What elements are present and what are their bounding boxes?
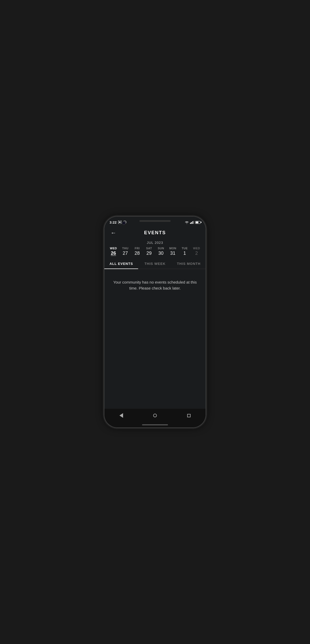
day-num-wed26: 26 <box>111 251 116 256</box>
nav-recents-button[interactable] <box>183 410 194 421</box>
week-row: WED 26 THU 27 FRI 28 SAT 29 SUN 30 <box>104 247 206 259</box>
tab-this-month[interactable]: THIS MONTH <box>172 259 206 269</box>
recents-square-icon <box>187 414 191 417</box>
signal-icon <box>190 221 194 224</box>
day-cell-sun30[interactable]: SUN 30 <box>155 247 167 256</box>
gesture-bar-line <box>142 424 168 425</box>
day-name-wed26: WED <box>110 247 117 250</box>
camera <box>122 221 126 225</box>
day-name-sat29: SAT <box>146 247 152 250</box>
day-cell-tue1[interactable]: TUE 1 <box>179 247 190 256</box>
back-button[interactable]: ← <box>110 229 117 237</box>
phone-frame: 3:22 <box>104 217 206 427</box>
tab-all-events[interactable]: ALL EVENTS <box>104 259 138 269</box>
battery-icon <box>195 221 200 224</box>
day-num-thu27: 27 <box>123 251 128 256</box>
day-cell-fri28[interactable]: FRI 28 <box>131 247 143 256</box>
empty-state: Your community has no events scheduled a… <box>104 269 206 409</box>
day-cell-wed2[interactable]: WED 2 <box>191 247 202 256</box>
day-name-wed2: WED <box>193 247 200 250</box>
nav-bar <box>104 409 206 422</box>
wifi-icon <box>185 221 189 224</box>
day-name-fri28: FRI <box>135 247 140 250</box>
home-circle-icon <box>153 414 157 417</box>
day-num-sat29: 29 <box>146 251 152 256</box>
day-num-tue1: 1 <box>183 251 186 256</box>
sim-icon <box>118 220 122 224</box>
back-triangle-icon <box>119 413 123 418</box>
day-name-mon31: MON <box>169 247 176 250</box>
day-cell-sat29[interactable]: SAT 29 <box>143 247 155 256</box>
day-cell-mon31[interactable]: MON 31 <box>167 247 179 256</box>
day-num-mon31: 31 <box>170 251 176 256</box>
day-name-tue1: TUE <box>182 247 188 250</box>
page-title: EVENTS <box>144 230 166 236</box>
screen: 3:22 <box>104 217 206 427</box>
header: ← EVENTS <box>104 226 206 240</box>
day-num-wed2: 2 <box>195 251 198 256</box>
nav-back-button[interactable] <box>116 410 127 421</box>
day-name-thu27: THU <box>122 247 129 250</box>
status-time: 3:22 <box>110 220 117 224</box>
day-cell-wed26[interactable]: WED 26 <box>108 247 119 256</box>
day-name-sun30: SUN <box>158 247 164 250</box>
gesture-bar <box>104 422 206 427</box>
main-content: ← EVENTS JUL 2023 WED 26 THU 27 FRI 28 <box>104 226 206 409</box>
battery-fill <box>196 222 198 223</box>
day-num-fri28: 28 <box>134 251 140 256</box>
tab-this-week[interactable]: THIS WEEK <box>138 259 172 269</box>
empty-message: Your community has no events scheduled a… <box>113 279 197 291</box>
status-bar: 3:22 <box>104 217 206 226</box>
filter-tabs: ALL EVENTS THIS WEEK THIS MONTH <box>104 259 206 269</box>
day-cell-thu27[interactable]: THU 27 <box>120 247 131 256</box>
svg-rect-1 <box>119 222 120 223</box>
day-num-sun30: 30 <box>158 251 164 256</box>
status-right <box>185 221 201 224</box>
month-label: JUL 2023 <box>104 240 206 247</box>
nav-home-button[interactable] <box>149 410 161 421</box>
